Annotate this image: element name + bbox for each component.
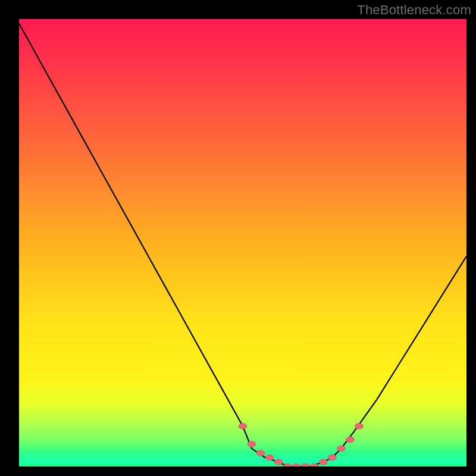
curve-path	[19, 24, 466, 467]
highlight-point	[248, 441, 256, 447]
highlight-point	[328, 455, 336, 461]
highlight-point	[292, 464, 300, 466]
highlight-point	[274, 459, 283, 465]
highlight-point	[283, 464, 292, 466]
highlight-point	[239, 423, 247, 429]
chart-plot-area	[19, 19, 466, 466]
chart-svg	[19, 19, 466, 466]
watermark-text: TheBottleneck.com	[357, 2, 471, 18]
highlight-point	[346, 437, 355, 443]
highlight-point	[355, 423, 364, 429]
highlight-point	[319, 459, 327, 465]
highlight-point	[265, 455, 274, 461]
chart-frame: TheBottleneck.com	[0, 0, 476, 476]
highlight-point	[337, 446, 345, 452]
highlight-point	[301, 464, 309, 466]
bottleneck-curve	[19, 24, 466, 467]
highlight-point	[256, 450, 265, 456]
